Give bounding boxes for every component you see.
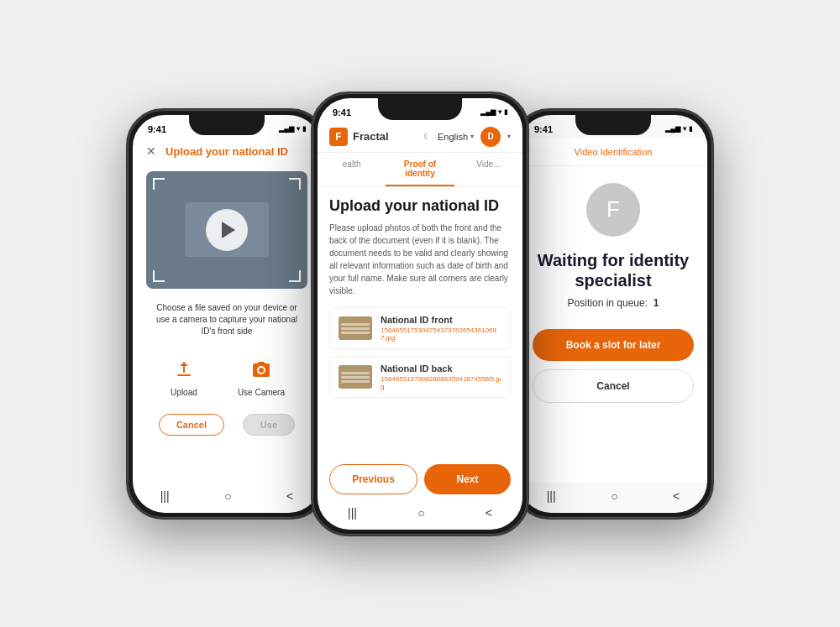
left-title: Upload your national ID — [165, 145, 288, 158]
play-button[interactable] — [206, 209, 248, 251]
nav-home-icon-r[interactable]: ○ — [611, 489, 617, 503]
nav-back-icon[interactable]: < — [286, 489, 293, 503]
signal-icon: ▂▄▆ — [279, 125, 294, 133]
camera-label: Use Camera — [238, 388, 285, 397]
nav-home-icon[interactable]: ○ — [224, 489, 231, 503]
brand-logo: F Fractal — [329, 128, 389, 146]
header-right: ☾ English ▾ D ▾ — [423, 127, 511, 147]
left-actions: Upload Use Camera — [133, 344, 321, 407]
waiting-title: Waiting for identity specialist — [533, 250, 694, 290]
battery-icon-c: ▮ — [504, 108, 507, 116]
center-phone: 9:41 ▂▄▆ ▾ ▮ F Fractal ☾ Eng — [311, 91, 529, 536]
brand-name: Fractal — [353, 130, 389, 143]
nav-menu-icon-r[interactable]: ||| — [547, 489, 556, 503]
notch-right — [575, 115, 651, 135]
moon-icon[interactable]: ☾ — [423, 132, 431, 141]
left-phone: 9:41 ▂▄▆ ▾ ▮ ✕ Upload your national ID — [126, 108, 328, 520]
play-icon — [222, 222, 235, 238]
queue-position: Position in queue: 1 — [568, 297, 659, 309]
nav-bar-left: ||| ○ < — [133, 483, 321, 513]
time-right: 9:41 — [534, 124, 553, 134]
center-header: F Fractal ☾ English ▾ D ▾ — [318, 122, 522, 153]
fractal-avatar: F — [586, 183, 640, 237]
id-front-thumb — [339, 316, 372, 340]
tab-proof-of-identity[interactable]: Proof of identity — [386, 153, 454, 186]
cancel-video-button[interactable]: Cancel — [533, 369, 694, 403]
camera-icon — [246, 354, 276, 384]
id-back-info: National ID back 15846551979082888635941… — [381, 363, 501, 390]
nav-back-icon-c[interactable]: < — [486, 506, 492, 520]
user-avatar[interactable]: D — [480, 127, 501, 147]
upload-icon — [169, 354, 199, 384]
center-footer: Previous Next — [318, 456, 522, 499]
chevron-down-icon: ▾ — [470, 133, 474, 140]
wifi-icon-c: ▾ — [498, 108, 501, 116]
left-instruction: Choose a file saved on your device or us… — [133, 295, 321, 344]
id-front-label: National ID front — [381, 315, 501, 325]
queue-label: Position in queue: — [568, 297, 648, 309]
next-button[interactable]: Next — [424, 464, 511, 494]
center-body: Upload your national ID Please upload ph… — [318, 187, 522, 456]
video-id-title: Video Identification — [575, 147, 653, 157]
nav-back-icon-r[interactable]: < — [673, 489, 680, 503]
battery-icon-r: ▮ — [689, 125, 692, 133]
nav-menu-icon-c[interactable]: ||| — [348, 506, 357, 520]
page-title: Upload your national ID — [329, 197, 511, 216]
close-icon[interactable]: ✕ — [146, 144, 156, 158]
signal-icon-c: ▂▄▆ — [480, 108, 496, 116]
video-area — [146, 171, 307, 289]
wifi-icon: ▾ — [297, 125, 300, 133]
id-back-item[interactable]: National ID back 15846551979082888635941… — [329, 356, 511, 398]
fractal-f-icon: F — [606, 196, 620, 222]
status-icons-center: ▂▄▆ ▾ ▮ — [480, 108, 507, 116]
id-back-filename: 15846551979082888635941874556l5.jpg — [381, 375, 501, 390]
cancel-button[interactable]: Cancel — [159, 414, 224, 436]
nav-bar-center: ||| ○ < — [318, 499, 522, 530]
nav-home-icon-c[interactable]: ○ — [417, 506, 424, 520]
use-button[interactable]: Use — [243, 414, 295, 436]
status-icons-left: ▂▄▆ ▾ ▮ — [279, 125, 306, 133]
signal-icon-r: ▂▄▆ — [665, 125, 680, 133]
brand-icon: F — [329, 128, 348, 146]
id-front-filename: 15646551753047543737626543610697.jpg — [381, 327, 501, 342]
book-slot-button[interactable]: Book a slot for later — [533, 329, 694, 361]
lang-label: English — [438, 132, 468, 142]
page-description: Please upload photos of both the front a… — [329, 222, 511, 297]
upload-action[interactable]: Upload — [169, 354, 199, 397]
svg-rect-3 — [177, 374, 191, 376]
tabs-row: ealth Proof of identity Vide... — [318, 153, 522, 187]
avatar-chevron-icon: ▾ — [507, 133, 511, 140]
right-body: F Waiting for identity specialist Positi… — [519, 166, 707, 483]
wifi-icon-r: ▾ — [683, 125, 686, 133]
tab-health[interactable]: ealth — [318, 153, 386, 186]
time-center: 9:41 — [333, 107, 351, 118]
nav-bar-right: ||| ○ < — [519, 483, 707, 513]
lang-selector[interactable]: English ▾ — [438, 132, 474, 142]
tab-video[interactable]: Vide... — [454, 153, 522, 186]
notch-center — [378, 98, 462, 120]
id-back-label: National ID back — [381, 363, 501, 374]
previous-button[interactable]: Previous — [329, 464, 417, 494]
right-header: Video Identification — [519, 138, 707, 166]
upload-label: Upload — [171, 388, 197, 397]
right-phone: 9:41 ▂▄▆ ▾ ▮ Video Identification F Wait… — [512, 108, 714, 520]
queue-number: 1 — [654, 297, 659, 309]
battery-icon: ▮ — [302, 125, 306, 133]
left-header: ✕ Upload your national ID — [133, 138, 321, 165]
id-front-item[interactable]: National ID front 1564655175304754373762… — [329, 307, 511, 349]
status-icons-right: ▂▄▆ ▾ ▮ — [665, 125, 692, 133]
id-front-info: National ID front 1564655175304754373762… — [381, 315, 501, 342]
time-left: 9:41 — [148, 124, 166, 134]
notch-left — [189, 115, 265, 135]
id-back-thumb — [339, 365, 372, 389]
bottom-buttons: Cancel Use — [133, 407, 321, 442]
nav-menu-icon[interactable]: ||| — [160, 489, 170, 503]
camera-action[interactable]: Use Camera — [238, 354, 285, 397]
